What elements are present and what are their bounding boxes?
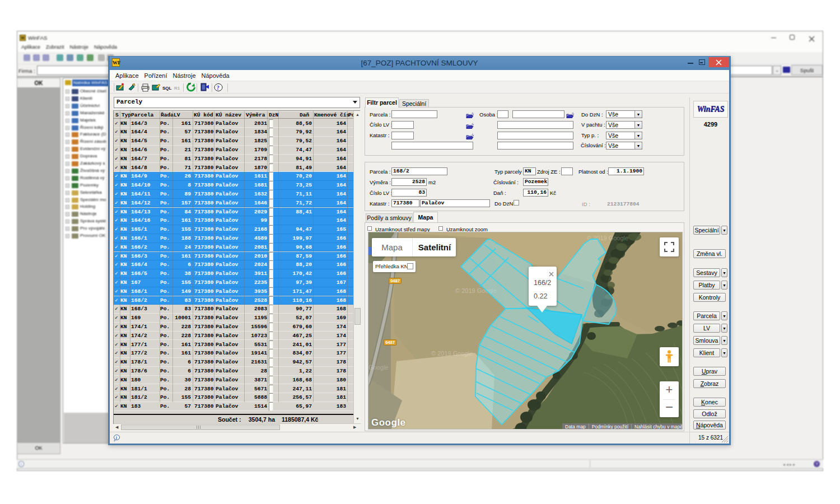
- svg-text:SQL: SQL: [162, 86, 172, 91]
- svg-text:?: ?: [217, 84, 220, 91]
- svg-text:R1: R1: [174, 86, 180, 91]
- svg-text:© 2019 Google: © 2019 Google: [431, 350, 473, 357]
- svg-text:i: i: [116, 436, 117, 440]
- svg-text:Google: Google: [368, 364, 388, 371]
